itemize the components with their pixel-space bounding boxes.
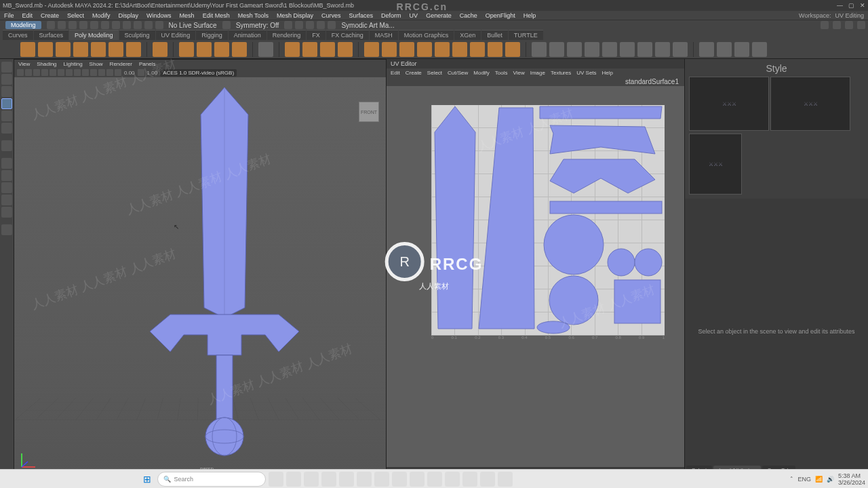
modeling-mode-dropdown[interactable]: Modeling [5,21,41,29]
layout-single-icon[interactable] [1,158,12,169]
menu-edit[interactable]: Edit [22,12,33,19]
color-management-dropdown[interactable]: ACES 1.0 SDR-video (sRGB) [160,69,237,77]
render-icon[interactable] [295,21,303,29]
system-tray[interactable]: ˄ ENG 📶 🔊 5:38 AM 3/26/2024 [790,472,865,486]
bevel-icon[interactable] [399,42,414,57]
quad-draw-icon[interactable] [699,42,714,57]
collapse-icon[interactable] [488,42,502,57]
toggle-tool-icon[interactable] [845,21,853,29]
uv-menu-select[interactable]: Select [427,70,442,76]
uv-menu-image[interactable]: Image [530,70,545,76]
tray-volume-icon[interactable]: 🔊 [827,476,834,483]
platonic-icon[interactable] [153,42,167,57]
move-tool-icon[interactable] [1,98,12,109]
vp-ao-icon[interactable] [82,69,89,76]
exposure-value[interactable]: 0.00 [123,70,136,76]
normal-icon[interactable] [585,42,599,57]
vp-shadow-icon[interactable] [74,69,81,76]
detach-icon[interactable] [505,42,520,57]
vp-light-icon[interactable] [66,69,73,76]
redo-icon[interactable] [90,21,98,29]
crease-icon[interactable] [655,42,670,57]
shelf-tab-mash[interactable]: MASH [370,30,398,40]
menu-uv[interactable]: UV [410,12,418,19]
explorer-icon[interactable] [286,472,301,487]
new-scene-icon[interactable] [47,21,55,29]
vp-grid-icon[interactable] [25,69,32,76]
uv-menu-cutsew[interactable]: Cut/Sew [448,70,468,76]
menu-mesh-display[interactable]: Mesh Display [277,12,313,19]
menu-surfaces[interactable]: Surfaces [349,12,374,19]
tray-lang[interactable]: ENG [797,476,811,483]
symmetry-icon[interactable] [222,21,231,29]
separate-icon[interactable] [302,42,317,57]
connect-icon[interactable] [470,42,485,57]
shelf-tab-curves[interactable]: Curves [3,30,33,40]
harden-icon[interactable] [602,42,617,57]
poly-pipe-icon[interactable] [214,42,229,57]
shelf-tab-fx[interactable]: FX [307,30,326,40]
vp-texture-icon[interactable] [58,69,64,76]
layout-four-icon[interactable] [1,170,12,181]
shelf-tab-rendering[interactable]: Rendering [267,30,307,40]
hist-icon[interactable] [284,21,292,29]
app-icon-4[interactable] [392,472,407,487]
uv-menu-edit[interactable]: Edit [391,70,400,76]
live-surface-icon[interactable] [155,21,163,29]
uv-menu-view[interactable]: View [513,70,525,76]
shelf-tab-turtle[interactable]: TURTLE [509,30,543,40]
app-icon-5[interactable] [410,472,425,487]
maximize-button[interactable]: ▢ [848,2,854,9]
tray-time[interactable]: 5:38 AM [838,472,865,479]
tray-wifi-icon[interactable]: 📶 [815,476,823,483]
menu-mesh-tools[interactable]: Mesh Tools [238,12,269,19]
menu-modify[interactable]: Modify [92,12,111,19]
select-tool-icon[interactable] [1,62,12,73]
last-tool-icon[interactable] [1,140,12,151]
vp-isolate-icon[interactable] [106,69,113,76]
app-icon-6[interactable] [427,472,442,487]
poly-disc-icon[interactable] [126,42,141,57]
toggle-outliner-icon[interactable] [821,21,829,29]
scale-tool-icon[interactable] [1,123,12,134]
target-weld-icon[interactable] [452,42,467,57]
menu-mesh[interactable]: Mesh [180,12,195,19]
layout-outliner-icon[interactable] [1,182,12,193]
menu-generate[interactable]: Generate [426,12,452,19]
poly-cone-icon[interactable] [73,42,88,57]
uv-menu-create[interactable]: Create [406,70,422,76]
menu-cache[interactable]: Cache [460,12,477,19]
boolean-icon[interactable] [338,42,353,57]
combine-icon[interactable] [285,42,300,57]
menu-openflight[interactable]: OpenFlight [486,12,515,19]
vp-xray-icon[interactable] [98,69,105,76]
tray-date[interactable]: 3/26/2024 [838,479,865,486]
store-icon[interactable] [321,472,336,487]
uv-menu-tools[interactable]: Tools [495,70,508,76]
toggle-attr-icon[interactable] [833,21,841,29]
menu-help[interactable]: Help [524,12,536,19]
start-button[interactable]: ⊞ [140,472,155,487]
retopo-icon[interactable] [734,42,749,57]
menu-windows[interactable]: Windows [146,12,172,19]
shelf-tab-fx-caching[interactable]: FX Caching [326,30,369,40]
vp-camera-icon[interactable] [17,69,24,76]
shelf-tab-uv-editing[interactable]: UV Editing [156,30,196,40]
bridge-icon[interactable] [382,42,397,57]
uv-menu-uvsets[interactable]: UV Sets [576,70,596,76]
uv-menu-help[interactable]: Help [602,70,613,76]
app-icon-3[interactable] [374,472,389,487]
app-icon-8[interactable] [462,472,477,487]
shelf-tab-rigging[interactable]: Rigging [196,30,228,40]
mirror-icon[interactable] [532,42,547,57]
search-icon[interactable] [1,224,12,235]
shading-menu[interactable]: Shading [37,61,56,67]
reference-image-swords-3[interactable]: ⚔⚔⚔ [689,134,742,195]
snap-plane-icon[interactable] [144,21,153,29]
close-button[interactable]: ✕ [860,2,865,9]
uv-menu-modify[interactable]: Modify [473,70,490,76]
show-menu[interactable]: Show [90,61,103,67]
app-icon-2[interactable] [357,472,372,487]
layout-persp-icon[interactable] [1,195,12,205]
minimize-button[interactable]: — [837,2,843,9]
